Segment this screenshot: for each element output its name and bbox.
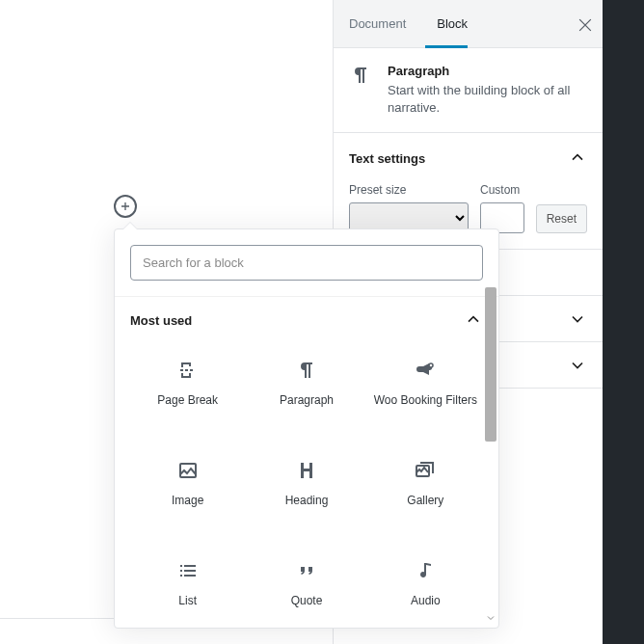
block-tile-label: Audio: [411, 594, 441, 609]
plus-icon: [118, 199, 133, 214]
font-size-row: Preset size Custom Reset: [349, 183, 587, 233]
reset-button[interactable]: Reset: [536, 204, 587, 233]
preset-size-col: Preset size: [349, 183, 469, 233]
tab-block[interactable]: Block: [421, 0, 483, 48]
page-break-icon: [176, 359, 200, 382]
chevron-down-icon: [485, 612, 496, 624]
search-wrap: [115, 229, 498, 288]
block-info-panel: Paragraph Start with the building block …: [334, 48, 603, 133]
most-used-title: Most used: [130, 313, 192, 328]
sidebar-tab-header: Document Block: [334, 0, 603, 48]
block-tile-label: Gallery: [407, 494, 443, 509]
megaphone-icon: [414, 359, 437, 382]
text-settings-title: Text settings: [349, 151, 425, 166]
block-tile-label: Paragraph: [280, 393, 334, 409]
block-tile-list[interactable]: List: [130, 542, 245, 628]
block-tile-label: Heading: [285, 494, 329, 509]
add-block-button[interactable]: [114, 195, 137, 218]
scrollbar-track[interactable]: [483, 287, 498, 624]
scrollbar-thumb[interactable]: [485, 287, 496, 442]
close-icon: [576, 15, 595, 35]
block-tile-paragraph[interactable]: Paragraph: [249, 341, 363, 438]
block-tile-label: List: [178, 594, 197, 609]
search-input[interactable]: [130, 245, 483, 281]
gallery-icon: [414, 459, 437, 482]
block-tile-heading[interactable]: Heading: [249, 442, 363, 538]
tab-document[interactable]: Document: [334, 0, 421, 48]
quote-icon: [295, 559, 318, 582]
right-edge-strip: [603, 0, 644, 644]
block-tile-image[interactable]: Image: [130, 442, 245, 538]
list-icon: [176, 559, 200, 582]
chevron-down-icon: [568, 356, 587, 375]
custom-size-label: Custom: [480, 183, 524, 197]
block-tile-label: Image: [172, 494, 203, 509]
heading-icon: [295, 459, 318, 482]
block-tile-audio[interactable]: Audio: [368, 542, 483, 628]
chevron-up-icon: [568, 148, 587, 168]
close-sidebar-button[interactable]: [576, 15, 595, 35]
block-tile-quote[interactable]: Quote: [249, 542, 363, 628]
block-grid: Page BreakParagraphWoo Booking FiltersIm…: [130, 341, 483, 628]
tab-underline: [425, 45, 468, 48]
inserter-scroll: Most used Page BreakParagraphWoo Booking…: [115, 296, 498, 628]
block-inserter-popover: Most used Page BreakParagraphWoo Booking…: [114, 228, 499, 629]
preset-size-label: Preset size: [349, 183, 469, 197]
block-tile-label: Page Break: [157, 393, 218, 409]
block-name: Paragraph: [388, 64, 587, 78]
block-tile-label: Quote: [291, 594, 323, 609]
audio-icon: [414, 559, 437, 582]
block-tile-gallery[interactable]: Gallery: [368, 442, 483, 538]
chevron-down-icon: [568, 309, 587, 329]
paragraph-icon: [349, 64, 372, 87]
block-tile-megaphone[interactable]: Woo Booking Filters: [368, 341, 483, 438]
block-tile-label: Woo Booking Filters: [374, 393, 477, 409]
most-used-header[interactable]: Most used: [130, 297, 483, 334]
block-info-text: Paragraph Start with the building block …: [388, 64, 587, 117]
add-block-button-wrapper: [114, 195, 141, 222]
image-icon: [176, 459, 200, 482]
custom-size-col: Custom: [480, 183, 524, 233]
block-tile-page-break[interactable]: Page Break: [130, 341, 245, 438]
text-settings-header[interactable]: Text settings: [334, 133, 603, 183]
block-description: Start with the building block of all nar…: [388, 82, 587, 117]
paragraph-icon: [295, 359, 318, 382]
chevron-up-icon: [464, 310, 483, 330]
